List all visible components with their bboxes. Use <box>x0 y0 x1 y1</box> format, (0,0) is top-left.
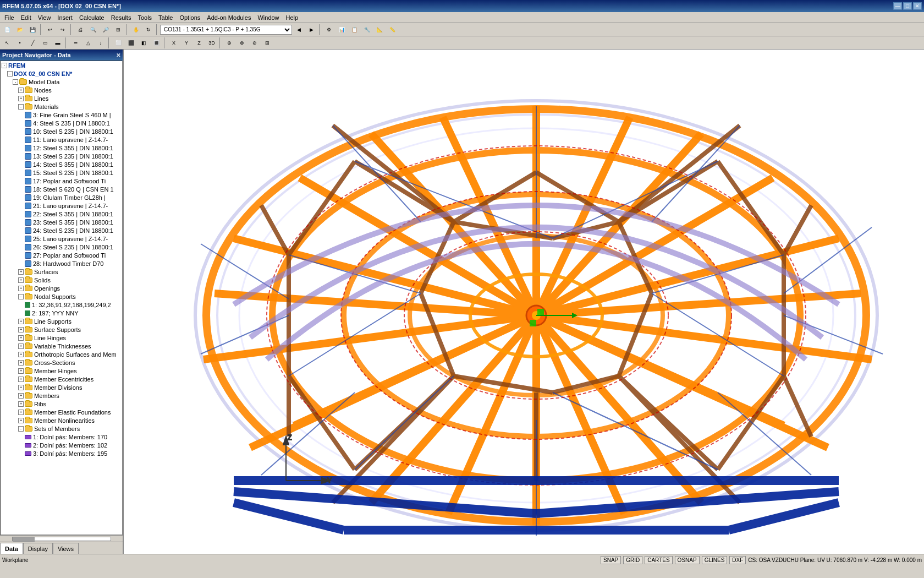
tb-btn-c[interactable]: 📋 <box>348 24 360 35</box>
expand-ribs[interactable]: + <box>18 401 24 407</box>
tb-prev[interactable]: ◀ <box>293 24 305 35</box>
tree-sets-of-members[interactable]: - Sets of Members <box>1 424 122 433</box>
menu-file[interactable]: File <box>1 13 18 22</box>
tree-mat-27[interactable]: 27: Poplar and Softwood Ti <box>1 251 122 259</box>
expand-nodes[interactable]: + <box>18 88 24 93</box>
expand-surface-supports[interactable]: + <box>18 327 24 332</box>
restore-button[interactable]: □ <box>903 2 912 10</box>
tree-ribs[interactable]: + Ribs <box>1 400 122 408</box>
expand-member-divisions[interactable]: + <box>18 385 24 390</box>
tab-data[interactable]: Data <box>0 543 23 554</box>
tree-member-eccentricities[interactable]: + Member Eccentricities <box>1 375 122 383</box>
tree-var-thick[interactable]: + Variable Thicknesses <box>1 342 122 350</box>
menu-options[interactable]: Options <box>176 13 204 22</box>
tree-mat-10[interactable]: 10: Steel S 235 | DIN 18800:1 <box>1 127 122 135</box>
expand-sets-of-members[interactable]: - <box>18 426 24 432</box>
tree-mat-13[interactable]: 13: Steel S 235 | DIN 18800:1 <box>1 152 122 160</box>
tree-line-hinges[interactable]: + Line Hinges <box>1 334 122 342</box>
scrollbar-thumb[interactable] <box>13 537 35 542</box>
tree-line-supports[interactable]: + Line Supports <box>1 317 122 325</box>
tree-mat-12[interactable]: 12: Steel S 355 | DIN 18800:1 <box>1 144 122 152</box>
tb2-solid[interactable]: ▬ <box>52 37 64 48</box>
tree-container[interactable]: - RFEM - DOX 02_00 CSN EN* - Model Data … <box>0 61 123 535</box>
tb-zoom-out[interactable]: 🔎 <box>100 24 112 35</box>
tree-cross-sections[interactable]: + Cross-Sections <box>1 358 122 367</box>
menu-addon[interactable]: Add-on Modules <box>204 13 254 22</box>
tree-surfaces[interactable]: + Surfaces <box>1 268 122 276</box>
tree-mat-14[interactable]: 14: Steel S 355 | DIN 18800:1 <box>1 160 122 168</box>
tree-ns-2[interactable]: 2: 197; YYY NNY <box>1 309 122 317</box>
tb-zoom-all[interactable]: ⊞ <box>112 24 124 35</box>
close-button[interactable]: ✕ <box>913 2 922 10</box>
tree-materials[interactable]: - Materials <box>1 102 122 111</box>
expand-member-nonlinear[interactable]: + <box>18 418 24 423</box>
menu-table[interactable]: Table <box>155 13 176 22</box>
minimize-button[interactable]: — <box>893 2 902 10</box>
tree-set-3[interactable]: 3: Dolní pás: Members: 195 <box>1 449 122 457</box>
tree-mat-4[interactable]: 4: Steel S 235 | DIN 18800:1 <box>1 119 122 127</box>
tree-member-divisions[interactable]: + Member Divisions <box>1 383 122 391</box>
tree-mat-26[interactable]: 26: Steel S 235 | DIN 18800:1 <box>1 243 122 251</box>
tb-btn-e[interactable]: 📐 <box>373 24 386 35</box>
expand-lines[interactable]: + <box>18 96 24 101</box>
tb2-grid[interactable]: ⊞ <box>261 37 273 48</box>
tree-ortho[interactable]: + Orthotropic Surfaces and Mem <box>1 350 122 358</box>
tb2-snap2[interactable]: ⊗ <box>236 37 248 48</box>
tree-nodes[interactable]: + Nodes <box>1 86 122 94</box>
horizontal-scrollbar[interactable] <box>12 537 111 541</box>
tb2-view2[interactable]: ⬛ <box>125 37 137 48</box>
menu-results[interactable]: Results <box>108 13 135 22</box>
tree-surface-supports[interactable]: + Surface Supports <box>1 325 122 334</box>
tree-set-2[interactable]: 2: Dolní pás: Members: 102 <box>1 441 122 449</box>
tb2-axis-y[interactable]: Y <box>180 37 193 48</box>
tab-views[interactable]: Views <box>53 543 79 554</box>
menu-insert[interactable]: Insert <box>54 13 76 22</box>
tb-rotate[interactable]: ↻ <box>142 24 155 35</box>
expand-rfem[interactable]: - <box>2 63 7 68</box>
expand-solids[interactable]: + <box>18 277 24 283</box>
tb-undo[interactable]: ↩ <box>44 24 56 35</box>
menu-tools[interactable]: Tools <box>134 13 155 22</box>
tree-lines[interactable]: + Lines <box>1 94 122 102</box>
tb2-snap1[interactable]: ⊕ <box>223 37 235 48</box>
tree-rfem[interactable]: - RFEM <box>1 61 122 69</box>
load-combo[interactable]: CO131 - 1.35G1 + 1.5QiC3 - P + 1.35G <box>160 25 292 35</box>
expand-materials[interactable]: - <box>18 104 24 110</box>
tb2-member[interactable]: ━ <box>69 37 81 48</box>
tb2-axis-x[interactable]: X <box>168 37 180 48</box>
tb-btn-b[interactable]: 📊 <box>336 24 348 35</box>
tb2-select[interactable]: ↖ <box>1 37 13 48</box>
expand-cross-sections[interactable]: + <box>18 360 24 366</box>
expand-surfaces[interactable]: + <box>18 269 24 275</box>
tree-member-hinges[interactable]: + Member Hinges <box>1 367 122 375</box>
tree-set-1[interactable]: 1: Dolní pás: Members: 170 <box>1 433 122 441</box>
menu-view[interactable]: View <box>35 13 54 22</box>
tb-redo[interactable]: ↪ <box>57 24 69 35</box>
tree-member-elastic-foundations[interactable]: + Member Elastic Foundations <box>1 408 122 416</box>
viewport[interactable]: Z Y <box>124 50 924 554</box>
tree-solids[interactable]: + Solids <box>1 276 122 284</box>
status-grid[interactable]: GRID <box>623 556 642 564</box>
tab-display[interactable]: Display <box>23 543 53 554</box>
tb-next[interactable]: ▶ <box>305 24 317 35</box>
expand-project[interactable]: - <box>7 71 13 77</box>
status-cartes[interactable]: CARTES <box>645 556 672 564</box>
tb2-surface[interactable]: ▭ <box>39 37 51 48</box>
window-controls[interactable]: — □ ✕ <box>893 2 922 10</box>
tb-print[interactable]: 🖨 <box>74 24 86 35</box>
tree-openings[interactable]: + Openings <box>1 284 122 292</box>
tb2-view3[interactable]: ◧ <box>138 37 150 48</box>
tree-project[interactable]: - DOX 02_00 CSN EN* <box>1 69 122 78</box>
tree-mat-25[interactable]: 25: Lano upravene | Z-14.7- <box>1 235 122 243</box>
expand-var-thick[interactable]: + <box>18 343 24 349</box>
tree-mat-3[interactable]: 3: Fine Grain Steel S 460 M | <box>1 111 122 119</box>
tb2-snap3[interactable]: ⊘ <box>249 37 261 48</box>
expand-ortho[interactable]: + <box>18 352 24 357</box>
tree-mat-24[interactable]: 24: Steel S 235 | DIN 18800:1 <box>1 226 122 235</box>
expand-line-hinges[interactable]: + <box>18 335 24 341</box>
navigator-close-button[interactable]: ✕ <box>116 52 120 58</box>
tree-mat-19[interactable]: 19: Glulam Timber GL28h | <box>1 193 122 201</box>
expand-member-eccentricities[interactable]: + <box>18 377 24 382</box>
expand-member-elastic[interactable]: + <box>18 410 24 415</box>
status-osnap[interactable]: OSNAP <box>675 556 700 564</box>
